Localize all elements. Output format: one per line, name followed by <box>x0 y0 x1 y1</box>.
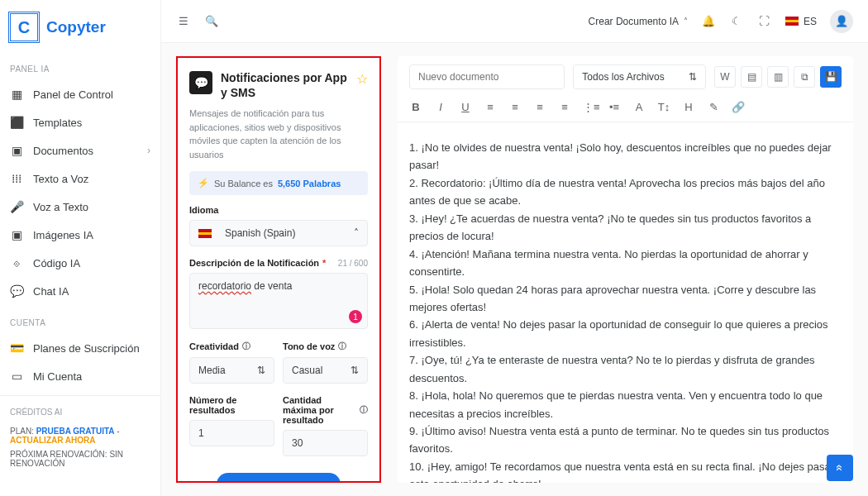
sidebar-item-codigo-ia[interactable]: ⟐ Código IA <box>0 249 160 277</box>
moon-icon[interactable]: ☾ <box>729 14 744 29</box>
language-field-label: Idioma <box>189 205 368 215</box>
search-icon[interactable]: 🔍 <box>204 14 219 29</box>
editor-body[interactable]: 1. ¡No te olvides de nuestra venta! ¡Sol… <box>398 122 853 483</box>
language-value: Spanish (Spain) <box>225 227 295 239</box>
unordered-list-icon[interactable]: •≡ <box>608 101 621 113</box>
info-icon[interactable]: ⓘ <box>242 341 250 352</box>
ordered-list-icon[interactable]: ⋮≡ <box>583 101 596 113</box>
generate-button[interactable]: GENERAR TEXTO <box>217 473 341 483</box>
align-right-icon[interactable]: ≡ <box>533 101 546 113</box>
editor-line: 7. ¡Oye, tú! ¿Ya te enteraste de nuestra… <box>409 351 842 387</box>
plan-value[interactable]: PRUEBA GRATUITA <box>36 427 115 436</box>
sidebar-item-chat-ia[interactable]: 💬 Chat IA <box>0 277 160 305</box>
logo[interactable]: C Copyter <box>0 0 160 60</box>
editor-line: 8. ¡Hola, hola! No queremos que te pierd… <box>409 387 842 422</box>
sidebar-item-templates[interactable]: ⬛ Templates <box>0 108 160 136</box>
tone-select[interactable]: Casual⇅ <box>283 357 368 384</box>
template-description: Mensajes de notificación para tus aplica… <box>189 107 368 161</box>
folder-select[interactable]: Todos los Archivos ⇅ <box>573 64 706 89</box>
sidebar-item-planes[interactable]: 💳 Planes de Suscripción <box>0 334 160 362</box>
editor-line: 10. ¡Hey, amigo! Te recordamos que nuest… <box>409 458 842 483</box>
sidebar-item-documentos[interactable]: ▣ Documentos › <box>0 136 160 165</box>
topbar: ☰ 🔍 Crear Documento IA ˄ 🔔 ☾ ⛶ ES 👤 <box>161 0 868 43</box>
description-textarea[interactable]: recordatorio de venta 1 <box>189 273 368 329</box>
sidebar-item-label: Planes de Suscripción <box>33 342 140 355</box>
sidebar-item-mi-cuenta[interactable]: ▭ Mi Cuenta <box>0 362 160 390</box>
balance-value: 5,650 Palabras <box>278 179 341 188</box>
creativity-value: Media <box>198 365 226 376</box>
editor-line: 5. ¡Hola! Solo quedan 24 horas para apro… <box>409 281 842 317</box>
maxwords-input[interactable]: 30 <box>283 430 368 456</box>
fullscreen-icon[interactable]: ⛶ <box>757 14 772 29</box>
font-size-icon[interactable]: T↕ <box>657 101 670 113</box>
error-badge[interactable]: 1 <box>349 310 362 323</box>
content: 💬 Notificaciones por App y SMS ☆ Mensaje… <box>161 43 868 496</box>
heading-icon[interactable]: H <box>682 101 695 113</box>
bold-icon[interactable]: B <box>409 101 422 113</box>
export-word-icon[interactable]: W <box>714 66 736 88</box>
bell-icon[interactable]: 🔔 <box>701 14 716 29</box>
renewal-label: PRÓXIMA RENOVACIÓN: SIN RENOVACIÓN <box>0 445 160 468</box>
plan-sep: - <box>115 427 120 436</box>
logo-mark: C <box>8 12 40 43</box>
sidebar-item-voz-a-texto[interactable]: 🎤 Voz a Texto <box>0 193 160 221</box>
template-form-panel: 💬 Notificaciones por App y SMS ☆ Mensaje… <box>176 56 381 483</box>
info-icon[interactable]: ⓘ <box>360 404 368 416</box>
align-justify-icon[interactable]: ≡ <box>558 101 571 113</box>
dashboard-icon: ▦ <box>10 88 23 101</box>
font-family-icon[interactable]: A <box>632 101 646 113</box>
italic-icon[interactable]: I <box>434 101 447 113</box>
sms-icon: 💬 <box>189 71 212 94</box>
bolt-icon: ⚡ <box>198 178 209 188</box>
ai-icon: ⬛ <box>10 116 23 129</box>
language-select[interactable]: Spanish (Spain) ˄ <box>189 220 368 246</box>
link-icon[interactable]: 🔗 <box>732 101 745 113</box>
sidebar-item-label: Chat IA <box>33 285 69 298</box>
align-left-icon[interactable]: ≡ <box>484 101 497 113</box>
sidebar-item-panel-de-control[interactable]: ▦ Panel de Control <box>0 80 160 108</box>
user-icon: ▭ <box>10 370 23 383</box>
export-pdf-icon[interactable]: ▤ <box>741 66 762 88</box>
code-icon: ⟐ <box>10 256 23 269</box>
chevron-up-icon: ˄ <box>684 17 688 26</box>
plan-prefix: PLAN: <box>10 427 36 436</box>
chevron-up-icon: ˄ <box>354 227 359 239</box>
align-center-icon[interactable]: ≡ <box>508 101 522 113</box>
underline-icon[interactable]: U <box>459 101 472 113</box>
sort-icon: ⇅ <box>257 365 265 376</box>
results-input[interactable]: 1 <box>189 420 274 446</box>
sort-icon: ⇅ <box>351 365 359 376</box>
sidebar-item-label: Panel de Control <box>33 88 113 101</box>
template-title: Notificaciones por App y SMS <box>221 71 348 100</box>
maxwords-field-label: Cantidad máxima por resultado ⓘ <box>283 395 368 425</box>
scroll-top-button[interactable]: « <box>827 455 853 481</box>
document-icon: ▣ <box>10 144 23 157</box>
language-selector[interactable]: ES <box>785 16 817 27</box>
card-icon: 💳 <box>10 341 23 355</box>
menu-toggle-icon[interactable]: ☰ <box>176 14 191 29</box>
spellcheck-word: recordatorio <box>198 280 251 292</box>
creativity-select[interactable]: Media⇅ <box>189 357 274 384</box>
document-name-input[interactable] <box>409 64 565 89</box>
sidebar-item-label: Mi Cuenta <box>33 370 82 383</box>
editor-toolbar: B I U ≡ ≡ ≡ ≡ ⋮≡ •≡ A T↕ H ✎ 🔗 <box>398 96 853 122</box>
microphone-icon: 🎤 <box>10 200 23 213</box>
sidebar: C Copyter PANEL IA ▦ Panel de Control ⬛ … <box>0 0 161 496</box>
copy-icon[interactable]: ⧉ <box>794 66 815 88</box>
plan-upgrade-link[interactable]: ACTUALIZAR AHORA <box>10 436 96 445</box>
editor-line: 4. ¡Atención! Mañana termina nuestra ven… <box>409 246 842 281</box>
avatar[interactable]: 👤 <box>830 10 853 33</box>
save-button[interactable]: 💾 <box>820 66 842 88</box>
tone-field-label: Tono de voz ⓘ <box>283 341 368 352</box>
favorite-star-icon[interactable]: ☆ <box>356 71 368 87</box>
language-code: ES <box>804 16 817 27</box>
info-icon[interactable]: ⓘ <box>338 341 346 352</box>
sidebar-item-texto-a-voz[interactable]: ⁞⁞⁞ Texto a Voz <box>0 165 160 193</box>
tone-value: Casual <box>292 365 322 376</box>
soundwave-icon: ⁞⁞⁞ <box>10 172 23 185</box>
create-document-dropdown[interactable]: Crear Documento IA ˄ <box>589 16 688 27</box>
highlight-icon[interactable]: ✎ <box>707 101 720 113</box>
chevron-right-icon: › <box>147 145 150 156</box>
sidebar-item-imagenes-ia[interactable]: ▣ Imágenes IA <box>0 221 160 249</box>
export-txt-icon[interactable]: ▥ <box>767 66 789 88</box>
